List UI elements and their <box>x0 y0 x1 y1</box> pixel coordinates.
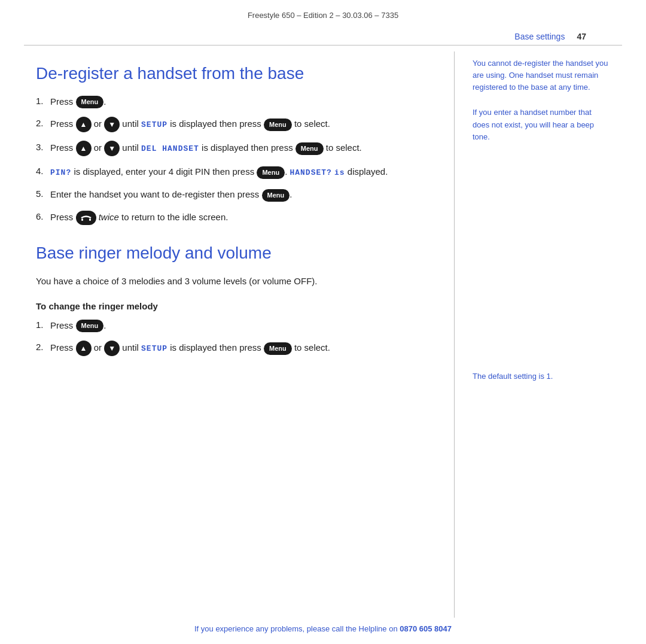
ringer-body: You have a choice of 3 melodies and 3 vo… <box>36 274 436 288</box>
page-number: 47 <box>577 32 586 41</box>
menu-button-r2[interactable]: Menu <box>264 342 292 355</box>
deregister-heading: De-register a handset from the base <box>36 63 436 84</box>
menu-button-s4[interactable]: Menu <box>257 166 285 179</box>
step-6: 6. Press twice to return to the idle scr… <box>36 210 436 225</box>
svg-rect-0 <box>81 218 83 221</box>
menu-button-r1[interactable]: Menu <box>76 320 104 332</box>
arrow-down-button-s2[interactable] <box>104 117 120 132</box>
svg-rect-1 <box>89 218 91 221</box>
right-note-1: You cannot de-register the handset you a… <box>473 57 610 93</box>
ringer-sub-heading: To change the ringer melody <box>36 301 436 311</box>
arrow-up-button-r2[interactable] <box>76 341 92 356</box>
menu-button-s3[interactable]: Menu <box>295 142 324 155</box>
menu-button-s5[interactable]: Menu <box>262 189 290 202</box>
arrow-down-button-r2[interactable] <box>104 341 120 356</box>
step-2: 2. Press or until SETUP is displayed the… <box>36 117 436 132</box>
step-3: 3. Press or until DEL HANDSET is display… <box>36 141 436 156</box>
right-notes: You cannot de-register the handset you a… <box>455 51 622 618</box>
arrow-down-button-s3[interactable] <box>104 141 120 156</box>
ringer-section: Base ringer melody and volume You have a… <box>36 243 436 356</box>
page-header: Freestyle 650 – Edition 2 – 30.03.06 – 7… <box>0 0 646 26</box>
step-4: 4. PIN? is displayed, enter your 4 digit… <box>36 165 436 179</box>
ringer-step-1: 1. Press Menu. <box>36 318 436 333</box>
ringer-steps: 1. Press Menu. 2. Press or until SETUP i… <box>36 318 436 357</box>
step-5: 5. Enter the handset you want to de-regi… <box>36 187 436 202</box>
menu-button-s1[interactable]: Menu <box>76 96 104 108</box>
ringer-step-2: 2. Press or until SETUP is displayed the… <box>36 341 436 356</box>
section-header-bar: Base settings 47 <box>24 26 622 45</box>
right-note-2: If you enter a handset number that does … <box>473 107 610 142</box>
arrow-up-button-s3[interactable] <box>76 141 92 156</box>
ringer-heading: Base ringer melody and volume <box>36 243 436 263</box>
arrow-up-button-s2[interactable] <box>76 117 92 132</box>
right-note-ringer: The default setting is 1. <box>473 370 610 382</box>
menu-button-s2[interactable]: Menu <box>264 119 292 131</box>
footer: If you experience any problems, please c… <box>0 624 646 633</box>
section-title: Base settings <box>514 32 565 41</box>
end-button-s6[interactable] <box>76 211 96 225</box>
deregister-steps: 1. Press Menu. 2. Press or until SETUP i… <box>36 95 436 225</box>
step-1: 1. Press Menu. <box>36 95 436 109</box>
